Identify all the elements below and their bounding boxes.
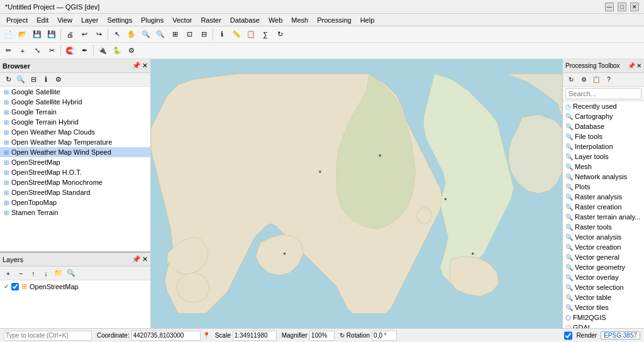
- menu-item-database[interactable]: Database: [226, 15, 264, 25]
- measure-btn[interactable]: 📏: [230, 28, 243, 41]
- browser-item-1[interactable]: ⊞Google Satellite Hybrid: [0, 97, 150, 107]
- proc-item-0[interactable]: ◷Recently used: [563, 101, 644, 111]
- refresh-btn[interactable]: ↻: [273, 28, 287, 41]
- proc-refresh-btn[interactable]: ↻: [565, 74, 577, 86]
- proc-help-btn[interactable]: ?: [603, 74, 614, 86]
- proc-item-16[interactable]: 🔍Vector geometry: [563, 262, 644, 272]
- layer-up-btn[interactable]: ↑: [28, 268, 39, 279]
- browser-collapse-btn[interactable]: ⊟: [28, 74, 39, 86]
- browser-item-4[interactable]: ⊞Open Weather Map Clouds: [0, 127, 150, 137]
- edit-btn[interactable]: ✏: [1, 44, 15, 58]
- layer-filter-btn[interactable]: 🔍: [65, 268, 77, 279]
- layers-list[interactable]: ✓⊞OpenStreetMap: [0, 280, 150, 328]
- snap-btn[interactable]: 🧲: [63, 44, 77, 58]
- zoom-out-btn[interactable]: 🔍: [153, 28, 167, 41]
- browser-item-7[interactable]: ⊞OpenStreetMap: [0, 157, 150, 167]
- proc-item-18[interactable]: 🔍Vector selection: [563, 282, 644, 292]
- menu-item-layer[interactable]: Layer: [77, 15, 103, 25]
- scale-value[interactable]: [233, 331, 277, 341]
- proc-item-7[interactable]: 🔍Network analysis: [563, 172, 644, 182]
- browser-enable-props-btn[interactable]: ℹ: [40, 74, 52, 86]
- proc-history-btn[interactable]: 📋: [591, 74, 602, 86]
- close-button[interactable]: ✕: [630, 3, 639, 11]
- layer-checkbox[interactable]: [11, 283, 19, 290]
- processing-search-input[interactable]: [565, 88, 641, 99]
- proc-item-22[interactable]: ⬡GDAL: [563, 323, 644, 328]
- proc-item-14[interactable]: 🔍Vector creation: [563, 242, 644, 252]
- proc-item-5[interactable]: 🔍Layer tools: [563, 152, 644, 162]
- proc-item-4[interactable]: 🔍Interpolation: [563, 141, 644, 152]
- browser-item-0[interactable]: ⊞Google Satellite: [0, 87, 150, 97]
- proc-item-20[interactable]: 🔍Vector tiles: [563, 302, 644, 312]
- select-btn[interactable]: ↖: [110, 28, 124, 41]
- rotation-value[interactable]: [372, 331, 397, 341]
- menu-item-mesh[interactable]: Mesh: [287, 15, 312, 25]
- redo-btn[interactable]: ↪: [92, 28, 106, 41]
- proc-item-1[interactable]: 🔍Cartography: [563, 111, 644, 121]
- menu-item-vector[interactable]: Vector: [169, 15, 196, 25]
- delete-btn[interactable]: ✂: [45, 44, 58, 58]
- layer-item-0[interactable]: ✓⊞OpenStreetMap: [0, 280, 150, 292]
- proc-item-19[interactable]: 🔍Vector table: [563, 292, 644, 302]
- add-feature-btn[interactable]: +: [16, 44, 30, 58]
- attribute-table-btn[interactable]: 📋: [244, 28, 258, 41]
- proc-item-12[interactable]: 🔍Raster tools: [563, 222, 644, 232]
- proc-item-3[interactable]: 🔍File tools: [563, 131, 644, 141]
- remove-layer-btn[interactable]: −: [15, 268, 26, 279]
- menu-item-view[interactable]: View: [53, 15, 76, 25]
- field-calc-btn[interactable]: ∑: [258, 28, 272, 41]
- browser-pin-btn[interactable]: 📌: [132, 62, 141, 70]
- layer-down-btn[interactable]: ↓: [40, 268, 52, 279]
- browser-close-btn[interactable]: ✕: [142, 62, 148, 70]
- proc-item-10[interactable]: 🔍Raster creation: [563, 202, 644, 212]
- browser-item-5[interactable]: ⊞Open Weather Map Temperature: [0, 137, 150, 147]
- proc-item-2[interactable]: 🔍Database: [563, 121, 644, 131]
- zoom-layer-btn[interactable]: ⊡: [182, 28, 196, 41]
- crs-badge[interactable]: EPSG:3857: [601, 331, 640, 339]
- layers-close-btn[interactable]: ✕: [142, 255, 148, 263]
- browser-item-9[interactable]: ⊞OpenStreetMap Monochrome: [0, 177, 150, 187]
- menu-item-raster[interactable]: Raster: [197, 15, 225, 25]
- render-checkbox[interactable]: [564, 331, 572, 341]
- proc-item-17[interactable]: 🔍Vector overlay: [563, 272, 644, 282]
- menu-item-processing[interactable]: Processing: [313, 15, 355, 25]
- menu-item-plugins[interactable]: Plugins: [137, 15, 167, 25]
- menu-item-edit[interactable]: Edit: [33, 15, 52, 25]
- processing-close-btn[interactable]: ✕: [636, 62, 641, 69]
- proc-item-9[interactable]: 🔍Raster analysis: [563, 192, 644, 202]
- browser-item-10[interactable]: ⊞OpenStreetMap Standard: [0, 187, 150, 197]
- proc-item-8[interactable]: 🔍Plots: [563, 182, 644, 192]
- print-btn[interactable]: 🖨: [63, 28, 77, 41]
- menu-item-help[interactable]: Help: [357, 15, 379, 25]
- open-project-btn[interactable]: 📂: [16, 28, 30, 41]
- browser-item-11[interactable]: ⊞OpenTopoMap: [0, 197, 150, 207]
- coordinate-value[interactable]: [131, 331, 201, 341]
- plugins-btn[interactable]: 🔌: [96, 44, 109, 58]
- menu-item-project[interactable]: Project: [3, 15, 31, 25]
- proc-item-21[interactable]: ⬡FMI2QGIS: [563, 312, 644, 323]
- undo-btn[interactable]: ↩: [77, 28, 91, 41]
- zoom-selection-btn[interactable]: ⊟: [197, 28, 211, 41]
- processing-pin-btn[interactable]: 📌: [628, 62, 635, 69]
- zoom-in-btn[interactable]: 🔍: [139, 28, 153, 41]
- proc-item-15[interactable]: 🔍Vector general: [563, 252, 644, 262]
- minimize-button[interactable]: —: [605, 3, 614, 11]
- digitize-btn[interactable]: ✒: [77, 44, 91, 58]
- browser-settings-btn[interactable]: ⚙: [53, 74, 64, 86]
- geoprocessing-btn[interactable]: ⚙: [125, 44, 138, 58]
- proc-item-13[interactable]: 🔍Vector analysis: [563, 232, 644, 242]
- map-area[interactable]: [151, 59, 562, 328]
- browser-item-12[interactable]: ⊞Stamen Terrain: [0, 207, 150, 218]
- new-project-btn[interactable]: 📄: [1, 28, 15, 41]
- layers-pin-btn[interactable]: 📌: [132, 255, 141, 263]
- menu-item-settings[interactable]: Settings: [103, 15, 136, 25]
- zoom-full-btn[interactable]: ⊞: [168, 28, 182, 41]
- browser-refresh-btn[interactable]: ↻: [3, 74, 14, 86]
- menu-item-web[interactable]: Web: [265, 15, 286, 25]
- pan-btn[interactable]: ✋: [125, 28, 138, 41]
- save-btn[interactable]: 💾: [30, 28, 44, 41]
- proc-item-6[interactable]: 🔍Mesh: [563, 162, 644, 172]
- browser-item-6[interactable]: ⊞Open Weather Map Wind Speed: [0, 147, 150, 157]
- browser-filter-btn[interactable]: 🔍: [15, 74, 26, 86]
- proc-settings-btn[interactable]: ⚙: [578, 74, 589, 86]
